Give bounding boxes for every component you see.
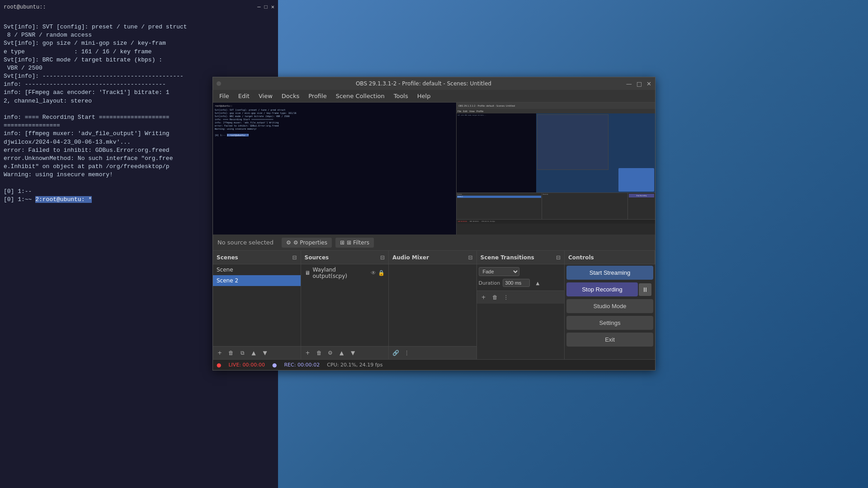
terminal-title: root@ubuntu:: bbox=[4, 4, 46, 11]
menu-profile[interactable]: Profile bbox=[304, 91, 331, 101]
terminal-minimize-btn[interactable]: — bbox=[257, 4, 260, 11]
menu-help[interactable]: Help bbox=[413, 91, 435, 101]
live-status: LIVE: 00:00:00 bbox=[228, 362, 264, 368]
preview-scene2: Scene 2 bbox=[457, 196, 542, 198]
scenes-toolbar: + 🗑 ⧉ ▲ ▼ bbox=[213, 346, 301, 359]
scene-item-1[interactable]: Scene bbox=[213, 264, 301, 275]
rec-status: REC: 00:00:02 bbox=[284, 362, 320, 368]
transitions-duration-row: Duration ▲ bbox=[479, 277, 563, 289]
audio-label: Audio Mixer bbox=[392, 254, 429, 261]
audio-panel-header: Audio Mixer ⊟ bbox=[389, 251, 477, 264]
preview-nested-panels: Scenes Scene 2 Sources Stop Recording bbox=[457, 192, 655, 219]
source-display-icon: 🖥 bbox=[305, 270, 310, 276]
menu-tools[interactable]: Tools bbox=[389, 91, 413, 101]
preview-nested-terminal: SVT info BRC mode target bitrate... bbox=[457, 113, 536, 192]
obs-panels: Scenes ⊟ Sources ⊟ Audio Mixer ⊟ Scene T… bbox=[213, 251, 655, 359]
preview-obs-title: OBS 29.1.3.1-2 - Profile: default - Scen… bbox=[457, 103, 655, 109]
scenes-delete-btn[interactable]: 🗑 bbox=[226, 348, 236, 358]
filters-button[interactable]: ⊞ ⊞ Filters bbox=[335, 238, 374, 248]
obs-title: OBS 29.1.3.1-2 - Profile: default - Scen… bbox=[221, 80, 626, 87]
studio-mode-button[interactable]: Studio Mode bbox=[566, 299, 653, 313]
obs-prop-bar: No source selected ⚙ ⚙ Properties ⊞ ⊞ Fi… bbox=[213, 235, 655, 251]
menu-file[interactable]: File bbox=[215, 91, 234, 101]
scene-item-2[interactable]: Scene 2 bbox=[213, 275, 301, 286]
terminal-maximize-btn[interactable]: □ bbox=[264, 4, 268, 11]
menu-scene-collection[interactable]: Scene Collection bbox=[331, 91, 389, 101]
audio-expand-icon[interactable]: ⊟ bbox=[468, 254, 472, 261]
preview-prompt: 2:root@ubuntu: * bbox=[227, 134, 249, 136]
properties-button[interactable]: ⚙ ⚙ Properties bbox=[282, 238, 332, 248]
gear-icon: ⚙ bbox=[286, 239, 291, 246]
scenes-list: Scene Scene 2 bbox=[213, 264, 301, 346]
obs-preview-main: root@ubuntu:: Svt[info]: SVT [config]: p… bbox=[213, 103, 655, 235]
menu-edit[interactable]: Edit bbox=[234, 91, 254, 101]
obs-win-controls[interactable]: — □ ✕ bbox=[626, 80, 651, 87]
scenes-expand-icon[interactable]: ⊟ bbox=[292, 254, 297, 261]
audio-toolbar: 🔗 ⋮ bbox=[389, 346, 476, 359]
sources-label: Sources bbox=[305, 254, 329, 261]
obs-close-btn[interactable]: ✕ bbox=[646, 80, 651, 87]
transitions-content: Fade Duration ▲ bbox=[477, 264, 565, 291]
controls-label: Controls bbox=[568, 254, 594, 261]
scenes-add-btn[interactable]: + bbox=[215, 348, 225, 358]
obs-menubar: File Edit View Docks Profile Scene Colle… bbox=[213, 90, 655, 103]
preview-obs-preview: SVT info BRC mode target bitrate... bbox=[457, 113, 655, 192]
audio-more-btn[interactable]: ⋮ bbox=[402, 348, 412, 358]
settings-button[interactable]: Settings bbox=[566, 316, 653, 330]
sources-delete-btn[interactable]: 🗑 bbox=[314, 348, 324, 358]
source-lock-icon[interactable]: 🔒 bbox=[378, 270, 385, 276]
sources-properties-btn[interactable]: ⚙ bbox=[326, 348, 335, 358]
stop-recording-button[interactable]: Stop Recording bbox=[566, 282, 638, 296]
duration-input[interactable] bbox=[503, 279, 530, 287]
sources-toolbar: + 🗑 ⚙ ▲ ▼ bbox=[301, 346, 389, 359]
sources-panel-header: Sources ⊟ bbox=[301, 251, 389, 264]
audio-link-btn[interactable]: 🔗 bbox=[391, 348, 401, 358]
sources-add-btn[interactable]: + bbox=[303, 348, 313, 358]
scenes-duplicate-btn[interactable]: ⧉ bbox=[237, 348, 247, 358]
no-source-label: No source selected bbox=[217, 239, 274, 246]
terminal-title-bar: root@ubuntu:: — □ ✕ bbox=[4, 4, 274, 11]
preview-nested-inner bbox=[537, 114, 609, 170]
preview-nested-statusbar: LVE 00:00:00 REC 00:00:01 CPU:20.1%, 34.… bbox=[457, 219, 655, 224]
terminal-close-btn[interactable]: ✕ bbox=[271, 4, 274, 11]
transitions-more-btn[interactable]: ⋮ bbox=[501, 292, 511, 302]
transitions-panel-header: Scene Transitions ⊟ bbox=[477, 251, 565, 264]
transitions-type-select[interactable]: Fade bbox=[479, 267, 519, 276]
properties-label: ⚙ Properties bbox=[293, 239, 327, 246]
obs-minimize-btn[interactable]: — bbox=[626, 80, 632, 87]
duration-up-btn[interactable]: ▲ bbox=[533, 278, 542, 288]
transitions-label: Scene Transitions bbox=[481, 254, 534, 261]
transitions-delete-btn[interactable]: 🗑 bbox=[490, 292, 500, 302]
source-eye-icon[interactable]: 👁 bbox=[371, 270, 376, 276]
sources-expand-icon[interactable]: ⊟ bbox=[380, 254, 385, 261]
menu-docks[interactable]: Docks bbox=[277, 91, 304, 101]
obs-maximize-btn[interactable]: □ bbox=[637, 80, 642, 87]
preview-nested-obs bbox=[536, 113, 655, 192]
obs-preview-area: root@ubuntu:: Svt[info]: SVT [config]: p… bbox=[213, 103, 655, 235]
transitions-type-row: Fade bbox=[479, 266, 563, 277]
preview-terminal: root@ubuntu:: Svt[info]: SVT [config]: p… bbox=[213, 103, 456, 235]
rec-indicator-icon: ● bbox=[272, 362, 277, 368]
sources-up-btn[interactable]: ▲ bbox=[337, 348, 347, 358]
transitions-toolbar: + 🗑 ⋮ bbox=[477, 291, 565, 304]
menu-view[interactable]: View bbox=[254, 91, 277, 101]
terminal-win-controls: — □ ✕ bbox=[257, 4, 274, 11]
obs-panels-content: Scene Scene 2 + 🗑 ⧉ ▲ ▼ bbox=[213, 264, 655, 359]
transitions-expand-icon[interactable]: ⊟ bbox=[556, 254, 561, 261]
scenes-panel: Scene Scene 2 + 🗑 ⧉ ▲ ▼ bbox=[213, 264, 301, 359]
scenes-up-btn[interactable]: ▲ bbox=[249, 348, 259, 358]
source-item-1[interactable]: 🖥 Wayland output(scpy) 👁 🔒 bbox=[301, 264, 389, 282]
sources-down-btn[interactable]: ▼ bbox=[348, 348, 358, 358]
audio-mixer-panel: 🔗 ⋮ bbox=[389, 264, 477, 359]
filters-label: ⊞ Filters bbox=[347, 239, 369, 246]
controls-panel: Start Streaming Stop Recording ⏸ Studio … bbox=[565, 264, 655, 359]
preview-nested-scenes: Scenes Scene 2 bbox=[457, 193, 542, 219]
transitions-add-btn[interactable]: + bbox=[479, 292, 489, 302]
scenes-down-btn[interactable]: ▼ bbox=[260, 348, 270, 358]
exit-button[interactable]: Exit bbox=[566, 333, 653, 347]
start-streaming-button[interactable]: Start Streaming bbox=[566, 266, 653, 280]
preview-background: root@ubuntu:: Svt[info]: SVT [config]: p… bbox=[213, 103, 655, 235]
pause-recording-button[interactable]: ⏸ bbox=[639, 283, 651, 296]
preview-obs-nested: OBS 29.1.3.1-2 - Profile: default - Scen… bbox=[456, 103, 655, 235]
stop-recording-row: Stop Recording ⏸ bbox=[565, 281, 655, 298]
